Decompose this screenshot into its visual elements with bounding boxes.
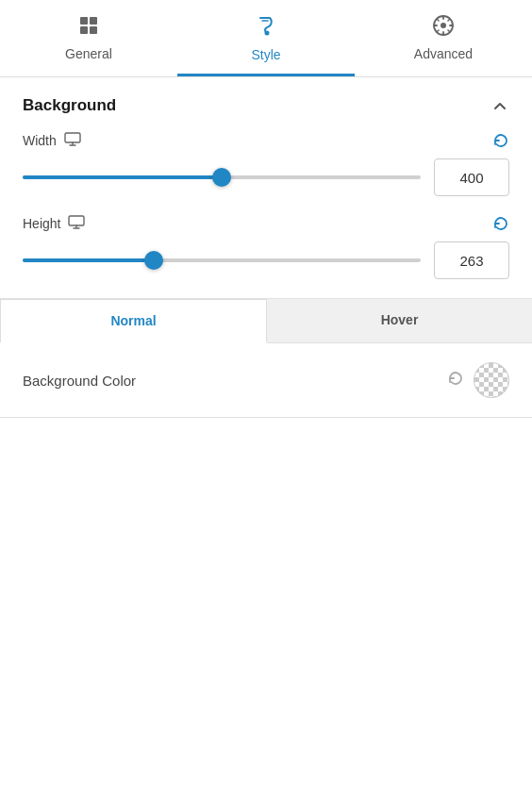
tab-general[interactable]: General [0,0,177,76]
bg-color-swatch[interactable] [474,362,509,398]
height-label: Height [23,215,85,232]
general-icon [77,14,100,41]
height-reset-button[interactable] [492,215,509,232]
svg-rect-6 [65,133,80,142]
svg-rect-3 [90,26,97,34]
width-slider-row: 400 [23,158,509,196]
tab-general-label: General [65,46,112,61]
section-title: Background [23,96,116,115]
width-label: Width [23,132,81,149]
svg-rect-7 [69,216,84,225]
background-section: Background Width [0,77,532,279]
tab-bar: General Style Advanced [0,0,532,77]
tab-advanced-label: Advanced [414,46,473,61]
bg-color-controls [447,362,509,398]
svg-point-4 [265,31,270,36]
state-tab-normal[interactable]: Normal [0,299,267,343]
svg-point-5 [441,23,446,28]
width-value-input[interactable]: 400 [434,158,509,196]
collapse-button[interactable] [490,96,509,115]
bg-color-label: Background Color [23,373,136,389]
bg-color-row: Background Color [23,362,509,398]
tab-style[interactable]: Style [177,0,355,76]
state-tab-hover[interactable]: Hover [267,299,532,342]
svg-rect-2 [80,26,88,34]
height-device-icon [68,215,85,232]
state-tab-normal-label: Normal [110,313,156,328]
tab-style-label: Style [251,47,280,62]
width-reset-button[interactable] [492,132,509,149]
height-value-input[interactable]: 263 [434,241,509,279]
height-slider-wrapper [23,251,421,270]
height-control: Height [23,215,509,279]
tab-advanced[interactable]: Advanced [355,0,532,76]
bg-color-reset-button[interactable] [447,370,464,391]
width-label-text: Width [23,133,57,148]
height-slider-row: 263 [23,241,509,279]
height-label-row: Height [23,215,509,232]
state-tabs: Normal Hover [0,298,532,343]
height-label-text: Height [23,216,60,231]
width-slider-wrapper [23,168,421,187]
width-device-icon [64,132,81,149]
width-control: Width [23,132,509,196]
bg-color-section: Background Color [0,343,532,418]
svg-rect-0 [80,17,88,25]
svg-rect-1 [90,17,97,25]
style-icon [254,13,278,42]
advanced-icon [432,14,455,41]
width-label-row: Width [23,132,509,149]
state-tab-hover-label: Hover [381,312,419,327]
section-header: Background [23,96,509,115]
